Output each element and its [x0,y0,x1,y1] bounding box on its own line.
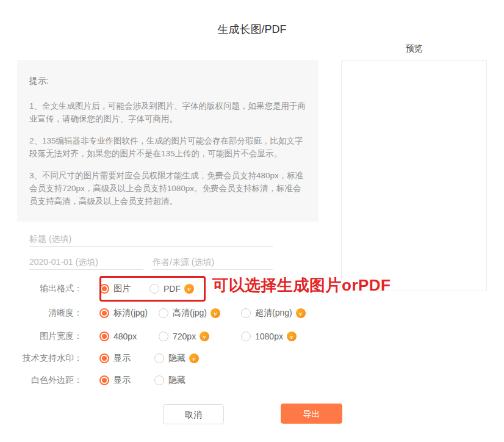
white-margin-label: 白色外边距： [0,375,82,386]
radio-unchecked-icon [241,308,251,318]
radio-unchecked-icon [154,353,164,363]
output-format-label: 输出格式： [0,283,82,294]
clarity-options: 标清(jpg) 高清(jpg) v 超清(png) v [99,308,306,319]
watermark-label: 技术支持水印： [0,353,82,364]
vip-badge-icon: v [200,332,209,341]
vip-badge-icon: v [296,308,306,318]
tips-item: 2、135编辑器非专业作图软件，生成的图片可能会存在部分瑕疵，比如文字段落无法对… [29,134,308,160]
form-row-white-margin: 白色外边距： 显示 隐藏 [0,371,185,390]
watermark-options: 显示 隐藏 v [99,353,199,364]
radio-unchecked-icon [159,308,168,318]
preview-label: 预览 [341,43,487,54]
radio-option-standard-jpg[interactable]: 标清(jpg) [99,308,159,319]
date-input[interactable] [29,254,143,270]
radio-unchecked-icon [154,375,164,385]
radio-checked-icon [99,308,109,318]
radio-option-720px[interactable]: 720px v [159,332,241,341]
radio-option-image[interactable]: 图片 [99,283,149,294]
clarity-label: 清晰度： [0,308,82,319]
title-input[interactable] [29,231,273,247]
radio-option-hd-jpg[interactable]: 高清(jpg) v [159,308,241,319]
cancel-button[interactable]: 取消 [163,404,224,424]
white-margin-options: 显示 隐藏 [99,375,185,386]
radio-unchecked-icon [149,284,159,294]
radio-unchecked-icon [159,332,168,341]
export-button[interactable]: 导出 [281,404,342,424]
radio-option-uhd-png[interactable]: 超清(png) v [241,308,306,319]
form-row-image-width: 图片宽度： 480px 720px v 1080px v [0,327,297,346]
generate-long-image-dialog: 生成长图/PDF 预览 提示: 1、全文生成图片后，可能会涉及到图片、字体的版权… [0,0,504,442]
radio-option-watermark-show[interactable]: 显示 [99,353,154,364]
tips-item: 3、不同尺寸的图片需要对应会员权限才能生成，免费会员支持480px，标准会员支持… [29,169,308,208]
page-title: 生成长图/PDF [0,22,504,37]
form-row-clarity: 清晰度： 标清(jpg) 高清(jpg) v 超清(png) v [0,303,306,323]
tips-heading: 提示: [29,74,308,87]
tips-item: 1、全文生成图片后，可能会涉及到图片、字体的版权问题，如果您是用于商业宣传，请确… [29,100,308,125]
preview-panel [341,60,487,291]
radio-option-1080px[interactable]: 1080px v [241,332,297,341]
radio-checked-icon [99,375,109,385]
radio-option-pdf[interactable]: PDF v [149,284,194,294]
author-source-input[interactable] [153,254,273,270]
output-format-options: 图片 PDF v [99,283,194,294]
annotation-text: 可以选择生成图片orPDF [212,275,391,296]
radio-option-480px[interactable]: 480px [99,332,159,341]
radio-option-margin-show[interactable]: 显示 [99,375,154,386]
vip-badge-icon: v [211,308,220,318]
radio-unchecked-icon [241,332,251,341]
radio-checked-icon [99,332,109,341]
form-row-watermark: 技术支持水印： 显示 隐藏 v [0,349,199,368]
tips-panel: 提示: 1、全文生成图片后，可能会涉及到图片、字体的版权问题，如果您是用于商业宣… [17,60,319,222]
radio-checked-icon [99,284,109,294]
vip-badge-icon: v [287,332,297,341]
vip-badge-icon: v [189,353,199,363]
image-width-options: 480px 720px v 1080px v [99,332,297,341]
radio-option-margin-hide[interactable]: 隐藏 [154,375,185,386]
vip-badge-icon: v [184,284,194,294]
form-row-output-format: 输出格式： 图片 PDF v [0,279,194,299]
radio-option-watermark-hide[interactable]: 隐藏 v [154,353,199,364]
radio-checked-icon [99,353,109,363]
image-width-label: 图片宽度： [0,331,82,342]
